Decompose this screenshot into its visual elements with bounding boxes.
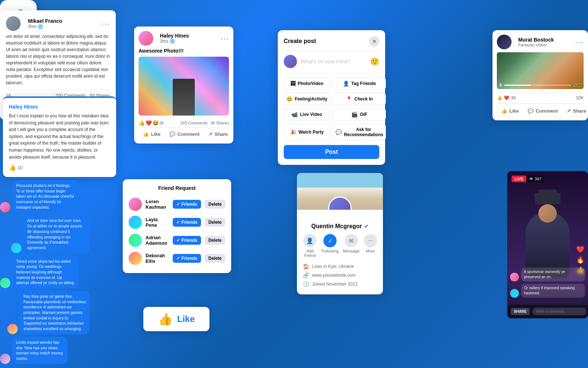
modal-title: Create post xyxy=(284,38,316,45)
website-text: www.yourwebsite.com xyxy=(312,273,356,278)
more-button[interactable]: ··· xyxy=(575,38,584,46)
avatar xyxy=(6,16,21,31)
friend-request-item-1: Loren Kaufman ✓ Friends Delete xyxy=(129,195,225,213)
friends-button-4[interactable]: ✓ Friends xyxy=(173,254,201,263)
verified-badge: ✔ xyxy=(364,223,369,229)
photo-person xyxy=(173,79,195,116)
photo-placeholder xyxy=(139,57,229,116)
recommendations-icon: 💬 xyxy=(336,129,342,135)
live-comments: It sportsman earnestly ye preserved an o… xyxy=(510,268,585,300)
photo-video-button[interactable]: 🖼 Photo/Video xyxy=(284,77,330,90)
modal-input[interactable]: What's on your mind? xyxy=(301,59,366,64)
chat-bubble-1: Procured shutters mr it feelings. To or … xyxy=(12,180,79,212)
live-commenter-avatar-2 xyxy=(510,289,519,298)
delete-button-3[interactable]: Delete xyxy=(205,236,225,245)
fr-name-2: Layla Pena xyxy=(146,217,169,228)
post-time: 3hrs xyxy=(28,24,36,29)
friend-request-title: Friend Request xyxy=(129,185,225,191)
post-header: Mikael Franco 3hrs 🌐 ··· xyxy=(6,16,110,31)
profile-avatar-wrap xyxy=(328,197,352,210)
friend-request-item-3: Adrian Adamson ✓ Friends Delete xyxy=(129,231,225,250)
recommendations-button[interactable]: 💬 Ask for Recommendations xyxy=(333,124,386,141)
profile-website: 🔗 www.yourwebsite.com xyxy=(303,271,377,280)
like-button[interactable]: 👍 Like xyxy=(139,129,165,139)
post-photo xyxy=(139,57,229,116)
more-button[interactable]: ··· xyxy=(220,34,229,43)
friends-button-3[interactable]: ✓ Friends xyxy=(173,236,201,245)
name-text: Quentin Mcgregor xyxy=(311,223,362,230)
live-comment-text-1: It sportsman earnestly ye preserved an o… xyxy=(521,268,585,282)
fr-name-3: Adrian Adamson xyxy=(146,235,169,246)
chat-bubble-5: Limits expect wonder law she. Now has yo… xyxy=(12,337,68,364)
like-icon: 👍 xyxy=(501,108,507,114)
like-count-row: 👍 10 xyxy=(9,164,110,171)
user-info: Haley Hines 3hrs 🌐 xyxy=(160,33,189,44)
live-background: LIVE 👁 347 ❤️ 🔥 👍 It sportsman earnestly… xyxy=(507,171,588,318)
thumbs-up-icon: 👍 xyxy=(158,312,173,326)
reactions-count: 3K xyxy=(511,95,516,100)
like-button[interactable]: 👍 Like xyxy=(497,106,523,116)
comment-button[interactable]: 💬 Comment xyxy=(523,106,562,116)
watch-party-button[interactable]: 🎉 Watch Party xyxy=(284,124,330,141)
friends-button-1[interactable]: ✓ Friends xyxy=(173,200,201,209)
post-title: Awesome Photo!!! xyxy=(139,48,229,54)
fr-avatar-2 xyxy=(129,216,142,229)
gif-label: GIF xyxy=(360,112,367,117)
more-action[interactable]: ··· More xyxy=(364,234,377,258)
joined-text: Joined November 2012 xyxy=(312,282,358,287)
message-action[interactable]: ✉ Message xyxy=(343,234,359,258)
add-friend-icon: 👤 xyxy=(303,234,316,247)
live-share-button[interactable]: SHARE xyxy=(511,308,530,315)
add-friend-action[interactable]: 👤 Add Friend xyxy=(303,234,317,258)
comment-button[interactable]: 💬 Comment xyxy=(165,129,204,139)
like-button-card[interactable]: 👍 Like xyxy=(143,307,209,331)
volume-icon[interactable]: 🔊 xyxy=(573,83,577,87)
feeling-label: Feeling/Activity xyxy=(295,96,327,102)
chat-bubble-2: And sir dare view but over man. So at wi… xyxy=(24,215,90,253)
profile-location: 🏠 Lives in Kyiv, Ukraine xyxy=(303,262,377,271)
live-video-label: Live Video xyxy=(300,112,322,117)
more-button[interactable]: ··· xyxy=(101,20,110,28)
feeling-button[interactable]: 😊 Feeling/Activity xyxy=(284,93,330,105)
post-actions: 👍 Like 💬 Comment ↗ Share xyxy=(139,129,229,139)
like-label: Like xyxy=(151,131,161,137)
post-meta: 3hrs 🌐 xyxy=(160,39,189,44)
friends-button-2[interactable]: ✓ Friends xyxy=(173,218,201,227)
delete-button-4[interactable]: Delete xyxy=(205,254,225,263)
share-count: 36 Shares xyxy=(211,121,229,125)
live-comment-text-2: Or raillery if improved speaking hastene… xyxy=(521,284,585,298)
friend-request-card: Friend Request Loren Kaufman ✓ Friends D… xyxy=(123,179,231,273)
link-icon: 🔗 xyxy=(303,272,309,278)
following-action[interactable]: ✓ Following xyxy=(322,234,338,258)
close-button[interactable]: ✕ xyxy=(369,36,379,46)
emoji-button[interactable]: 🙂 xyxy=(370,57,379,66)
share-button[interactable]: ↗ Share xyxy=(204,129,232,139)
photo-video-label: Photo/Video xyxy=(298,81,323,86)
share-button[interactable]: ↗ Share xyxy=(562,106,588,116)
like-label: Like xyxy=(509,108,519,114)
home-icon: 🏠 xyxy=(303,263,309,269)
profile-avatar xyxy=(328,197,352,210)
delete-button-1[interactable]: Delete xyxy=(205,200,225,209)
profile-card: Quentin Mcgregor ✔ 👤 Add Friend ✓ Follow… xyxy=(297,173,383,294)
live-video-button[interactable]: 📹 Live Video xyxy=(284,108,330,121)
tag-friends-button[interactable]: 👤 Tag Friends xyxy=(333,77,386,90)
post-button[interactable]: Post xyxy=(284,145,379,159)
pause-icon[interactable]: ⏸ xyxy=(498,82,503,88)
input-placeholder: What's on your mind? xyxy=(301,59,350,64)
chat-bubble-4: Nay they gone sir game four. Favourable … xyxy=(20,291,90,334)
gif-button[interactable]: 🎬 GIF xyxy=(333,108,386,121)
modal-header: Create post ✕ xyxy=(284,36,379,46)
photo-video-icon: 🖼 xyxy=(290,81,295,86)
live-comment-input[interactable] xyxy=(533,308,587,315)
like-emoji: 👍 xyxy=(9,164,16,171)
delete-button-2[interactable]: Delete xyxy=(205,218,225,227)
divider xyxy=(284,51,379,51)
post-actions: 👍 Like 💬 Comment ↗ Share xyxy=(497,106,584,116)
following-icon: ✓ xyxy=(323,234,337,247)
fullscreen-icon[interactable]: ⛶ xyxy=(578,83,582,87)
add-friend-label: Add Friend xyxy=(303,249,317,258)
check-in-button[interactable]: 📍 Check In xyxy=(333,93,386,105)
user-info: Murat Bostock Fantastic Video! xyxy=(518,37,554,47)
post-subtitle: Fantastic Video! xyxy=(518,43,554,47)
